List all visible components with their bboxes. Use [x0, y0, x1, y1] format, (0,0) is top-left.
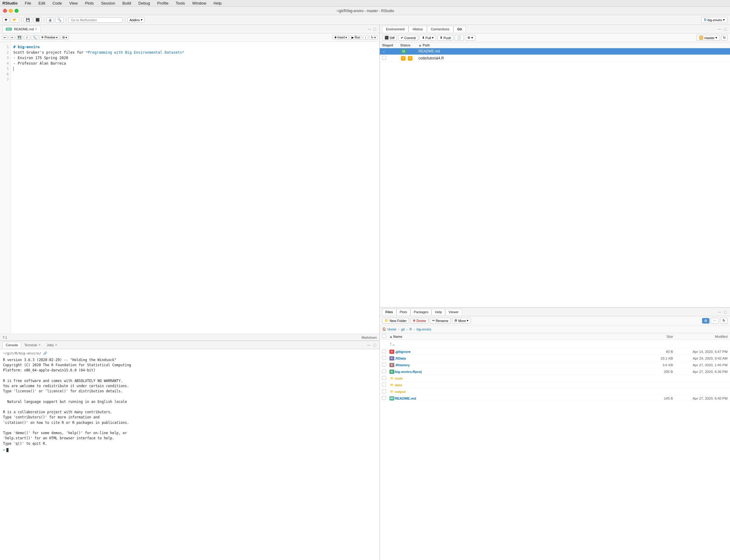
tab-git[interactable]: Git: [453, 26, 466, 32]
git-panel-maximize[interactable]: □: [723, 27, 728, 32]
menu-view[interactable]: View: [68, 1, 79, 5]
terminal-tab-close[interactable]: ✕: [38, 343, 41, 347]
tab-environment[interactable]: Environment: [382, 26, 409, 32]
search-editor-button[interactable]: 🔍: [31, 35, 38, 40]
menu-code[interactable]: Code: [51, 1, 63, 5]
file-check-data[interactable]: [382, 383, 389, 387]
print-button[interactable]: 🖨: [46, 17, 54, 23]
file-row-data[interactable]: 📁 data: [380, 382, 730, 388]
checkbox-rdata[interactable]: [382, 356, 386, 360]
rhistory-name[interactable]: .Rhistory: [395, 363, 410, 367]
path-home[interactable]: Home: [388, 327, 396, 331]
menu-session[interactable]: Session: [100, 1, 116, 5]
save-editor-button[interactable]: 💾: [16, 35, 23, 40]
file-row-code[interactable]: 📁 code: [380, 375, 730, 382]
checkbox-gitignore[interactable]: [382, 349, 386, 353]
checkbox-rhistory[interactable]: [382, 363, 386, 367]
check-button[interactable]: ✓: [24, 35, 30, 40]
file-row-rproj[interactable]: R big-enviro.Rproj 205 B Apr 27, 2020, 6…: [380, 368, 730, 375]
open-file-button[interactable]: 📂: [11, 17, 19, 23]
files-panel-minimize[interactable]: ─: [717, 310, 722, 314]
data-folder-name[interactable]: data: [395, 383, 402, 387]
goto-file-input[interactable]: [68, 17, 123, 23]
new-file-button[interactable]: ✚: [2, 17, 9, 23]
commit-button[interactable]: ✔ Commit: [398, 35, 418, 41]
app-name[interactable]: RStudio: [2, 1, 18, 5]
file-check-gitignore[interactable]: [382, 349, 389, 354]
editor-maximize[interactable]: □: [372, 27, 377, 32]
gitignore-name[interactable]: .gitignore: [395, 350, 411, 354]
code-area[interactable]: # big-enviro Scott Gruber's project file…: [11, 42, 379, 334]
file-check-rdata[interactable]: [382, 356, 389, 360]
file-row-rhistory[interactable]: ⊙ .Rhistory 3.6 KB Apr 27, 2020, 1:45 PM: [380, 362, 730, 368]
console-content[interactable]: ~/git/R/big-enviro/ 🔗 R version 3.6.3 (2…: [0, 349, 379, 560]
file-row-gitignore[interactable]: G .gitignore 40 B Apr 14, 2020, 5:47 PM: [380, 348, 730, 355]
run-next-button[interactable]: ↕: [363, 35, 368, 40]
more-button[interactable]: ⚙ More ▾: [452, 318, 471, 324]
menu-debug[interactable]: Debug: [137, 1, 151, 5]
diff-button[interactable]: ⬛ Diff: [382, 35, 397, 41]
file-check-code[interactable]: [382, 376, 389, 381]
file-col-modified-header[interactable]: Modified: [673, 335, 728, 338]
editor-tab-readme[interactable]: MD README.md ✕: [2, 26, 41, 32]
delete-button[interactable]: ⊗ Delete: [410, 318, 429, 324]
menu-build[interactable]: Build: [121, 1, 132, 5]
settings-button[interactable]: ⚙ ▾: [60, 35, 69, 40]
path-big-enviro[interactable]: big-enviro: [417, 327, 431, 331]
file-row-up[interactable]: ↑ ..: [380, 340, 730, 348]
console-maximize[interactable]: □: [372, 343, 377, 347]
addins-button[interactable]: Addins ▾: [127, 17, 145, 23]
console-minimize[interactable]: ─: [366, 343, 371, 347]
source-button[interactable]: ↻ ▾: [369, 35, 378, 40]
console-tab-terminal[interactable]: Terminal ✕: [21, 342, 44, 348]
close-button[interactable]: [3, 9, 7, 13]
file-check-rproj[interactable]: [382, 369, 389, 374]
project-button[interactable]: R big-enviro ▾: [701, 17, 728, 23]
maximize-button[interactable]: [15, 9, 19, 13]
file-row-readmemd[interactable]: MD README.md 145 B Apr 27, 2020, 6:40 PM: [380, 395, 730, 402]
menu-edit[interactable]: Edit: [37, 1, 46, 5]
save-all-button[interactable]: ⬛: [33, 17, 42, 23]
git-row-readme[interactable]: ✓ M README.md: [380, 48, 730, 55]
checkbox-code[interactable]: [382, 376, 386, 380]
run-button[interactable]: ▶ Run: [350, 35, 362, 40]
menu-plots[interactable]: Plots: [84, 1, 95, 5]
tab-history[interactable]: History: [409, 26, 427, 32]
console-tab-console[interactable]: Console: [2, 342, 21, 348]
find-button[interactable]: 🔍: [55, 17, 64, 23]
menu-help[interactable]: Help: [212, 1, 223, 5]
console-tab-jobs[interactable]: Jobs ✕: [44, 342, 60, 348]
file-col-name-header[interactable]: ▲ Name: [389, 335, 649, 338]
file-check-rhistory[interactable]: [382, 363, 389, 367]
checkbox-output[interactable]: [382, 389, 386, 393]
menu-file[interactable]: File: [24, 1, 32, 5]
undo-button[interactable]: ↩: [2, 35, 8, 40]
rproj-name[interactable]: big-enviro.Rproj: [395, 370, 422, 374]
git-checkbox-readme[interactable]: ✓: [382, 50, 386, 54]
git-refresh-button[interactable]: ↻: [721, 35, 728, 41]
file-row-output[interactable]: 📁 output: [380, 388, 730, 395]
insert-button[interactable]: ✚ Insert ▾: [332, 35, 349, 40]
tab-help[interactable]: Help: [432, 309, 445, 315]
branch-button[interactable]: 🔀 master ▾: [696, 35, 720, 41]
tab-packages[interactable]: Packages: [410, 309, 432, 315]
checkbox-data[interactable]: [382, 383, 386, 387]
tab-plots[interactable]: Plots: [396, 309, 410, 315]
git-checkbox-tutorial[interactable]: [382, 56, 386, 60]
tab-files[interactable]: Files: [382, 309, 396, 315]
code-folder-name[interactable]: code: [395, 377, 403, 380]
history-git-button[interactable]: 🕐: [455, 35, 464, 41]
file-check-output[interactable]: [382, 389, 389, 394]
file-row-rdata[interactable]: R .RData 33.1 KB Apr 24, 2020, 9:42 AM: [380, 355, 730, 362]
output-folder-name[interactable]: output: [395, 390, 406, 394]
editor-tab-close[interactable]: ✕: [35, 27, 37, 31]
checkbox-rproj[interactable]: [382, 369, 386, 373]
path-git[interactable]: git: [401, 327, 405, 331]
preview-button[interactable]: 👁 Preview ▾: [39, 35, 59, 40]
readmemd-name[interactable]: README.md: [395, 397, 416, 400]
checkbox-readmemd[interactable]: [382, 396, 386, 400]
rename-button[interactable]: ✏ Rename: [430, 318, 451, 324]
files-panel-maximize[interactable]: □: [723, 310, 728, 314]
path-r[interactable]: R: [409, 327, 412, 331]
minimize-button[interactable]: [9, 9, 13, 13]
